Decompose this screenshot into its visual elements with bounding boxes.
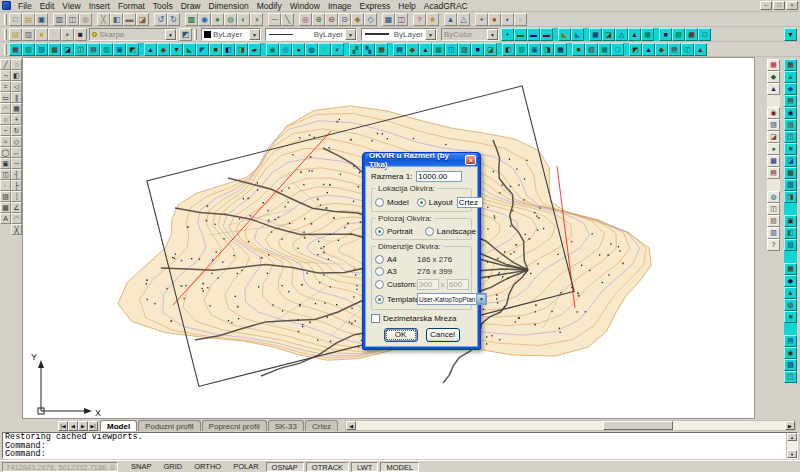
a4-radio[interactable] bbox=[375, 255, 384, 264]
grac-tool-icon[interactable]: ◉ bbox=[767, 107, 780, 119]
grac-tool-icon[interactable]: ▧ bbox=[672, 28, 685, 41]
help-tool-icon[interactable]: ? bbox=[767, 239, 780, 251]
template-radio[interactable] bbox=[375, 295, 384, 304]
grac-tool-icon[interactable]: ◉ bbox=[784, 347, 797, 359]
grac-tool-icon[interactable]: ▲ bbox=[694, 43, 707, 56]
status-toggle-button[interactable]: LWT bbox=[351, 462, 378, 472]
undo-icon[interactable]: ↺ bbox=[154, 13, 167, 26]
grac-tool-icon[interactable] bbox=[784, 251, 797, 263]
grac-tool-icon[interactable]: ◤ bbox=[196, 43, 209, 56]
save-icon[interactable]: ▣ bbox=[35, 13, 48, 26]
grac-tool-icon[interactable]: ▲ bbox=[642, 43, 655, 56]
grac-tool-icon[interactable]: ◫ bbox=[445, 43, 458, 56]
lock-icon[interactable]: ▪ bbox=[501, 13, 514, 26]
grac-tool-icon[interactable]: ▨ bbox=[458, 43, 471, 56]
grac-tool-icon[interactable]: + bbox=[501, 28, 514, 41]
grac-tool-icon[interactable]: ◩ bbox=[629, 43, 642, 56]
grac-tool-icon[interactable]: ▲ bbox=[144, 43, 157, 56]
status-toggle-button[interactable]: SNAP bbox=[126, 462, 156, 472]
grac-tool-icon[interactable]: ◍ bbox=[784, 299, 797, 311]
preview-icon[interactable]: ◫ bbox=[66, 13, 79, 26]
chevron-down-icon[interactable]: ▼ bbox=[476, 294, 486, 304]
coordinate-readout[interactable]: 7412843.2878, 5012332.7186, 0.0000 bbox=[2, 462, 118, 472]
menu-item[interactable]: Image bbox=[324, 0, 356, 12]
point-icon[interactable]: · bbox=[0, 180, 11, 191]
template-dropdown[interactable]: User-KatopTopPlan ▼ bbox=[417, 293, 487, 305]
grac-tool-icon[interactable]: ▲ bbox=[419, 43, 432, 56]
menu-item[interactable]: Modify bbox=[253, 0, 286, 12]
print-icon[interactable]: ▥ bbox=[53, 13, 66, 26]
layer-lock-icon[interactable]: ▪ bbox=[61, 28, 74, 41]
grac-tool-icon[interactable]: ▥ bbox=[784, 179, 797, 191]
copy-icon[interactable]: ◧ bbox=[110, 13, 123, 26]
lengthen-icon[interactable]: ─ bbox=[11, 158, 22, 169]
sheetset-icon[interactable]: ◫ bbox=[395, 13, 408, 26]
layer-combo[interactable]: Skarpe ▼ bbox=[89, 28, 177, 41]
command-scrollbar[interactable]: ▲ ▼ bbox=[786, 433, 797, 458]
grac-tool-icon[interactable]: ◫ bbox=[784, 131, 797, 143]
menu-item[interactable]: Draw bbox=[177, 0, 205, 12]
scrollbar-thumb[interactable] bbox=[603, 421, 673, 430]
scroll-left-icon[interactable]: ◀ bbox=[346, 421, 356, 430]
copy-object-icon[interactable]: ◧ bbox=[11, 70, 22, 81]
grac-tool-icon[interactable]: ▧ bbox=[585, 43, 598, 56]
grac-tool-icon[interactable]: ■ bbox=[784, 143, 797, 155]
grac-tool-icon[interactable]: ◎ bbox=[279, 43, 292, 56]
menu-item[interactable]: File bbox=[14, 0, 36, 12]
layer-freeze-icon[interactable]: ◌ bbox=[48, 28, 61, 41]
open-icon[interactable]: ▤ bbox=[22, 13, 35, 26]
insert-icon[interactable]: ▣ bbox=[0, 158, 11, 169]
chevron-down-icon[interactable]: ▼ bbox=[487, 29, 498, 40]
layers-dialog-icon[interactable]: ▤ bbox=[9, 28, 22, 41]
grac-tool-icon[interactable]: ◨ bbox=[541, 43, 554, 56]
custom-radio[interactable] bbox=[375, 280, 384, 289]
grac-tool-icon[interactable]: ▤ bbox=[784, 95, 797, 107]
menu-item[interactable]: View bbox=[58, 0, 84, 12]
status-toggle-button[interactable]: ORTHO bbox=[189, 462, 226, 472]
grac-tool-icon[interactable]: ● bbox=[292, 43, 305, 56]
toolbar-grip[interactable] bbox=[4, 29, 7, 40]
grac-tool-icon[interactable]: ▨ bbox=[35, 43, 48, 56]
matchprop-icon[interactable]: ◪ bbox=[136, 13, 149, 26]
layout-tab[interactable]: Crtez bbox=[305, 420, 338, 431]
help-icon[interactable]: ? bbox=[413, 13, 426, 26]
spell-icon[interactable]: ◎ bbox=[79, 13, 92, 26]
razmera-input[interactable] bbox=[416, 171, 462, 182]
trim-icon[interactable]: ┤ bbox=[11, 169, 22, 180]
osnap-settings-icon[interactable]: ◉ bbox=[198, 13, 211, 26]
grac-tool-icon[interactable] bbox=[767, 179, 780, 191]
layout-radio[interactable] bbox=[417, 198, 426, 207]
erase-icon[interactable]: ◌ bbox=[11, 59, 22, 70]
grac-tool-icon[interactable]: ▲ bbox=[784, 71, 797, 83]
grac-tool-icon[interactable]: ▬ bbox=[540, 28, 553, 41]
grac-tool-icon[interactable]: ▦ bbox=[784, 59, 797, 71]
grac-tool-icon[interactable]: ■ bbox=[209, 43, 222, 56]
dezimetarska-checkbox[interactable] bbox=[371, 314, 380, 323]
grac-tool-icon[interactable]: ▦ bbox=[685, 28, 698, 41]
menu-item[interactable]: Dimension bbox=[205, 0, 253, 12]
explode-icon[interactable]: ╳ bbox=[11, 224, 22, 235]
model-radio[interactable] bbox=[375, 198, 384, 207]
layout-tab[interactable]: Poduzni profil bbox=[138, 420, 200, 431]
grac-tool-icon[interactable]: ◌ bbox=[318, 43, 331, 56]
minimize-button-icon[interactable]: – bbox=[760, 1, 772, 10]
chamfer-icon[interactable]: ∠ bbox=[11, 202, 22, 213]
region-icon[interactable]: ▩ bbox=[0, 202, 11, 213]
menu-item[interactable]: Help bbox=[394, 0, 419, 12]
grac-tool-icon[interactable]: ▩ bbox=[432, 43, 445, 56]
cut-icon[interactable]: ╳ bbox=[97, 13, 110, 26]
layer-on-icon[interactable]: ● bbox=[35, 28, 48, 41]
layout-tab[interactable]: SK-33 bbox=[268, 420, 304, 431]
restore-button-icon[interactable]: □ bbox=[773, 1, 785, 10]
grac-tool-icon[interactable]: ▦ bbox=[598, 43, 611, 56]
grac-tool-icon[interactable]: ◣ bbox=[183, 43, 196, 56]
tab-nav-button[interactable]: |◀ bbox=[58, 421, 68, 431]
array-icon[interactable]: ▦ bbox=[11, 103, 22, 114]
stretch-icon[interactable]: ↔ bbox=[11, 147, 22, 158]
chevron-down-icon[interactable]: ▼ bbox=[425, 29, 436, 40]
mirror-icon[interactable]: ◁ bbox=[11, 81, 22, 92]
grac-tool-icon[interactable]: ▥ bbox=[515, 43, 528, 56]
grac-tool-icon[interactable]: ◆ bbox=[655, 43, 668, 56]
grac-tool-icon[interactable]: ▨ bbox=[767, 119, 780, 131]
cancel-button[interactable]: Cancel bbox=[426, 328, 460, 342]
